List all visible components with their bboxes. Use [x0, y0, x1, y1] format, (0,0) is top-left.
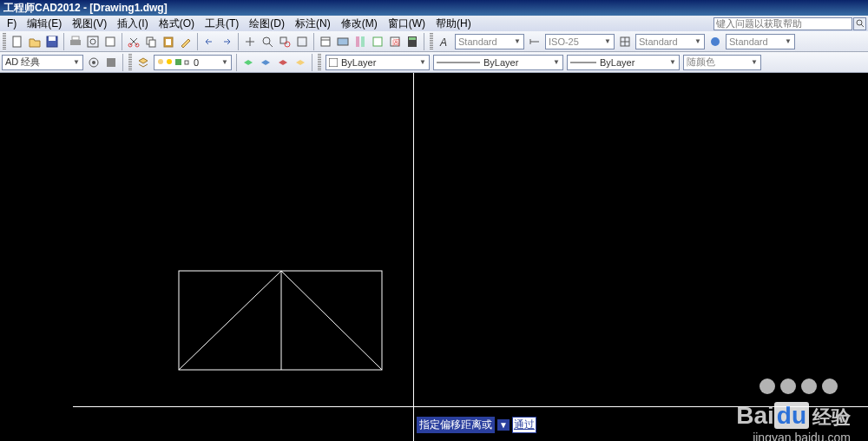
- dcenter-icon[interactable]: [335, 34, 351, 49]
- menu-file[interactable]: F): [2, 17, 22, 30]
- ml-style-icon[interactable]: [707, 34, 723, 49]
- menu-view[interactable]: 视图(V): [67, 16, 112, 31]
- separator: [197, 33, 198, 50]
- new-icon[interactable]: [10, 34, 25, 49]
- layermcur-icon[interactable]: [275, 55, 291, 70]
- menu-window[interactable]: 窗口(W): [383, 16, 431, 31]
- svg-point-39: [92, 61, 95, 64]
- layeriso-icon[interactable]: [240, 55, 256, 70]
- svg-line-51: [281, 271, 382, 370]
- grip-icon[interactable]: [430, 33, 433, 50]
- prompt-label: 指定偏移距离或: [417, 417, 495, 433]
- menu-help[interactable]: 帮助(H): [431, 16, 477, 31]
- help-search: [713, 17, 866, 30]
- svg-rect-15: [166, 39, 171, 45]
- svg-rect-44: [185, 61, 188, 64]
- save-icon[interactable]: [44, 34, 60, 49]
- zoom-icon[interactable]: [260, 34, 275, 49]
- separator: [313, 33, 314, 50]
- svg-text:A: A: [439, 36, 447, 48]
- gear-icon[interactable]: [86, 55, 102, 70]
- text-style-icon[interactable]: A: [437, 34, 452, 49]
- menu-tools[interactable]: 工具(T): [200, 16, 244, 31]
- separator: [312, 54, 312, 71]
- svg-line-1: [861, 24, 864, 27]
- grip-icon[interactable]: [3, 33, 6, 50]
- svg-point-41: [158, 59, 163, 64]
- search-icon[interactable]: [853, 17, 866, 30]
- ml-style-combo[interactable]: Standard▼: [726, 34, 795, 49]
- help-search-input[interactable]: [713, 17, 852, 30]
- sheetset-icon[interactable]: [370, 34, 385, 49]
- cut-icon[interactable]: [126, 34, 141, 49]
- layer-icon[interactable]: [135, 55, 151, 70]
- undo-icon[interactable]: [201, 34, 217, 49]
- copy-icon[interactable]: [143, 34, 159, 49]
- color-combo[interactable]: ByLayer ▼: [326, 55, 430, 70]
- redo-icon[interactable]: [219, 34, 234, 49]
- calc-icon[interactable]: [404, 34, 420, 49]
- workspace-combo[interactable]: AD 经典▼: [2, 55, 83, 70]
- text-style-combo[interactable]: Standard▼: [455, 34, 524, 49]
- menu-format[interactable]: 格式(O): [154, 16, 200, 31]
- linetype-combo[interactable]: ByLayer ▼: [433, 55, 563, 70]
- plotstyle-combo[interactable]: 随颜色 ▼: [683, 55, 761, 70]
- grip-icon[interactable]: [318, 54, 321, 71]
- drawing-canvas[interactable]: 指定偏移距离或 ▼ 通过 X Baidu经验 jingyan.baidu.com: [0, 73, 868, 441]
- watermark: Baidu经验 jingyan.baidu.com: [736, 402, 851, 441]
- svg-line-50: [179, 271, 281, 370]
- paste-icon[interactable]: [161, 34, 176, 49]
- table-style-icon[interactable]: [617, 34, 633, 49]
- table-style-combo[interactable]: Standard▼: [635, 34, 705, 49]
- grip-icon[interactable]: [128, 54, 132, 71]
- svg-rect-7: [88, 36, 98, 47]
- prompt-input[interactable]: 通过: [512, 417, 536, 433]
- zoomprev-icon[interactable]: [294, 34, 310, 49]
- separator: [238, 33, 239, 50]
- layer-combo[interactable]: 0 ▼: [154, 55, 232, 70]
- layermatch-icon[interactable]: [293, 55, 308, 70]
- menu-modify[interactable]: 修改(M): [336, 16, 383, 31]
- toolbar-2: AD 经典▼ 0 ▼ ByLayer ▼ ByLayer ▼ ByLayer ▼…: [0, 52, 868, 73]
- svg-rect-23: [338, 38, 348, 45]
- prop-icon[interactable]: [318, 34, 333, 49]
- svg-point-16: [263, 37, 270, 44]
- separator: [122, 33, 122, 50]
- svg-rect-43: [175, 59, 181, 65]
- svg-rect-26: [373, 37, 382, 46]
- zoomwin-icon[interactable]: [277, 34, 293, 49]
- svg-rect-13: [149, 40, 155, 47]
- pan-icon[interactable]: [242, 34, 258, 49]
- window-title: 工程师CAD2012 - [Drawing1.dwg]: [3, 2, 168, 14]
- svg-point-37: [711, 37, 720, 46]
- toolpal-icon[interactable]: [352, 34, 368, 49]
- dynamic-input-prompt: 指定偏移距离或 ▼ 通过: [417, 417, 536, 433]
- publish-icon[interactable]: [102, 34, 118, 49]
- svg-rect-21: [321, 37, 330, 46]
- dim-style-icon[interactable]: [527, 34, 542, 49]
- menu-draw[interactable]: 绘图(D): [244, 16, 290, 31]
- dim-style-combo[interactable]: ISO-25▼: [545, 34, 615, 49]
- svg-point-42: [167, 59, 172, 64]
- preview-icon[interactable]: [85, 34, 101, 49]
- svg-point-8: [90, 39, 95, 44]
- ws-icon[interactable]: [103, 55, 119, 70]
- svg-rect-2: [13, 36, 21, 47]
- menu-edit[interactable]: 编辑(E): [22, 16, 67, 31]
- svg-rect-9: [106, 37, 115, 46]
- menu-dimension[interactable]: 标注(N): [290, 16, 336, 31]
- svg-line-17: [269, 43, 273, 47]
- print-icon[interactable]: [68, 34, 83, 49]
- markup-icon[interactable]: 闾: [387, 34, 403, 49]
- menu-insert[interactable]: 插入(I): [112, 16, 153, 31]
- separator: [63, 33, 64, 50]
- crosshair-vertical: [413, 73, 414, 441]
- match-icon[interactable]: [178, 34, 194, 49]
- watermark-paws: [760, 378, 838, 394]
- lineweight-combo[interactable]: ByLayer ▼: [567, 55, 680, 70]
- separator: [122, 54, 123, 71]
- layerprev-icon[interactable]: [258, 55, 273, 70]
- toolbar-1: 闾 A Standard▼ ISO-25▼ Standard▼ Standard…: [0, 31, 868, 52]
- svg-rect-30: [409, 37, 416, 40]
- open-icon[interactable]: [27, 34, 43, 49]
